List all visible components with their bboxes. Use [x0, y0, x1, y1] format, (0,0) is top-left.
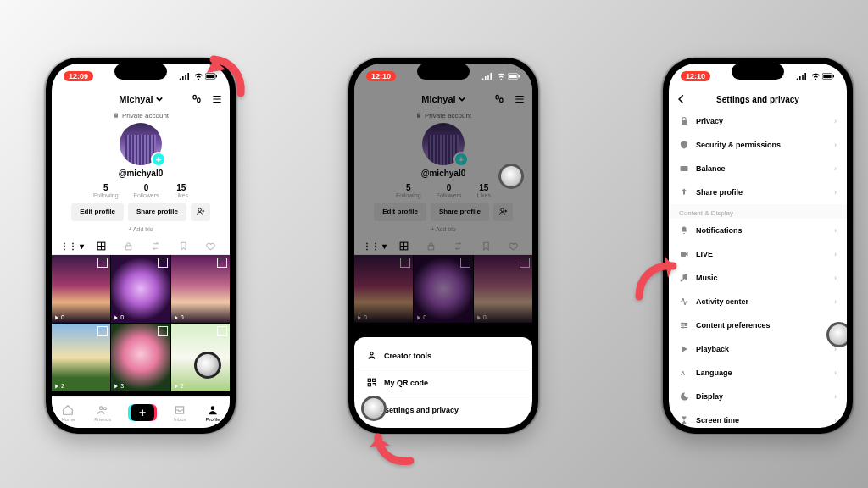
svg-rect-5: [125, 245, 131, 249]
tab-saved[interactable]: [170, 241, 197, 252]
hourglass-icon: [679, 415, 689, 425]
play-icon: [679, 344, 689, 354]
stat-following[interactable]: 5Following: [93, 183, 119, 198]
stat-followers[interactable]: 0Followers: [134, 183, 159, 198]
svg-point-6: [100, 406, 103, 409]
svg-rect-18: [373, 379, 376, 381]
svg-point-7: [104, 407, 107, 409]
signal-icon: [796, 73, 808, 80]
avatar-add-icon[interactable]: +: [151, 152, 166, 167]
phone-sheet: 12:10 Michyal Private account + @michyal…: [348, 58, 538, 434]
floating-record-button[interactable]: [826, 322, 847, 347]
settings-header: Settings and privacy: [669, 89, 847, 109]
person-icon: [366, 350, 377, 361]
qr-icon: [366, 377, 377, 388]
sort-button[interactable]: ⋮⋮ ▾: [57, 241, 87, 251]
row-content-preferences[interactable]: Content preferences›: [669, 313, 847, 337]
language-icon: A: [679, 368, 689, 378]
wifi-icon: [811, 73, 821, 80]
settings-title: Settings and privacy: [716, 95, 799, 104]
row-activity-center[interactable]: Activity center›: [669, 290, 847, 313]
svg-point-16: [370, 352, 373, 355]
post-tile[interactable]: 0: [52, 255, 110, 323]
nav-home[interactable]: Home: [61, 404, 75, 422]
profile-icon: [207, 404, 219, 416]
svg-rect-17: [368, 379, 370, 381]
row-balance[interactable]: Balance›: [669, 157, 847, 180]
svg-point-28: [682, 327, 684, 329]
section-content-display: Content & Display: [669, 204, 847, 219]
svg-rect-24: [681, 166, 688, 171]
profile-name-dropdown[interactable]: Michyal: [119, 94, 162, 104]
annotation-arrow: [370, 417, 420, 471]
row-language[interactable]: ALanguage›: [669, 361, 847, 385]
battery-icon: [822, 73, 835, 80]
stats-row: 5Following 0Followers 15Likes: [52, 183, 230, 198]
svg-point-26: [682, 323, 683, 324]
inbox-icon: [174, 404, 186, 416]
sheet-creator-tools[interactable]: Creator tools: [354, 342, 532, 369]
row-music[interactable]: Music›: [669, 266, 847, 290]
content-tabs: ⋮⋮ ▾: [52, 237, 230, 255]
edit-profile-button[interactable]: Edit profile: [71, 203, 124, 221]
svg-text:A: A: [681, 370, 685, 376]
tab-liked[interactable]: [198, 241, 225, 252]
row-playback[interactable]: Playback›: [669, 337, 847, 361]
avatar[interactable]: +: [52, 123, 230, 165]
moon-icon: [679, 391, 689, 402]
back-icon[interactable]: [676, 93, 687, 105]
home-icon: [62, 404, 74, 416]
add-friend-button[interactable]: [191, 203, 210, 221]
post-tile[interactable]: 3: [111, 324, 170, 391]
post-tile[interactable]: 0: [111, 255, 170, 323]
post-tile[interactable]: 0: [171, 255, 230, 323]
stat-likes[interactable]: 15Likes: [175, 183, 188, 198]
bell-icon: [679, 225, 689, 236]
private-account-label: Private account: [52, 109, 230, 121]
tab-reposts[interactable]: [142, 241, 170, 252]
sliders-icon: [679, 320, 689, 330]
row-share-profile[interactable]: Share profile›: [669, 180, 847, 204]
nav-create[interactable]: +: [131, 404, 154, 421]
floating-record-button[interactable]: [194, 352, 221, 379]
svg-rect-22: [824, 75, 832, 78]
phone-profile: 12:09 Michyal Private account + @michyal…: [46, 58, 236, 434]
wifi-icon: [497, 73, 506, 80]
battery-icon: [508, 73, 520, 80]
nav-friends[interactable]: Friends: [94, 404, 111, 422]
svg-point-27: [685, 324, 687, 326]
sheet-qr-code[interactable]: My QR code: [354, 369, 532, 396]
repost-icon: [150, 241, 161, 252]
annotation-arrow: [198, 51, 249, 105]
svg-point-3: [198, 208, 202, 212]
chevron-down-icon: [156, 96, 163, 103]
add-bio-button[interactable]: + Add bio: [52, 226, 230, 232]
share-icon: [679, 187, 689, 197]
handle: @michyal0: [52, 169, 230, 178]
grid-icon: [96, 241, 107, 252]
annotation-arrow: [634, 254, 693, 308]
floating-record-button[interactable]: [498, 164, 524, 189]
nav-profile[interactable]: Profile: [206, 404, 220, 422]
nav-inbox[interactable]: Inbox: [174, 404, 186, 422]
row-live[interactable]: LIVE›: [669, 242, 847, 266]
row-display[interactable]: Display›: [669, 385, 847, 408]
phone-settings: 12:10 Settings and privacy Privacy› Secu…: [663, 58, 853, 434]
tab-posts[interactable]: [87, 241, 114, 252]
svg-point-9: [211, 406, 215, 410]
row-security[interactable]: Security & permissions›: [669, 133, 847, 157]
lock-icon: [679, 116, 689, 126]
post-tile[interactable]: 2: [52, 324, 110, 391]
wallet-icon: [679, 164, 689, 174]
signal-icon: [481, 73, 493, 80]
row-screen-time[interactable]: Screen time›: [669, 408, 847, 428]
share-profile-button[interactable]: Share profile: [128, 203, 186, 221]
row-notifications[interactable]: Notifications›: [669, 219, 847, 242]
shield-icon: [679, 140, 689, 150]
bookmark-icon: [178, 241, 189, 252]
tab-private[interactable]: [114, 241, 142, 252]
svg-rect-12: [519, 75, 520, 78]
heart-icon: [205, 241, 216, 252]
row-privacy[interactable]: Privacy›: [669, 109, 847, 133]
lock-tab-icon: [123, 241, 134, 252]
